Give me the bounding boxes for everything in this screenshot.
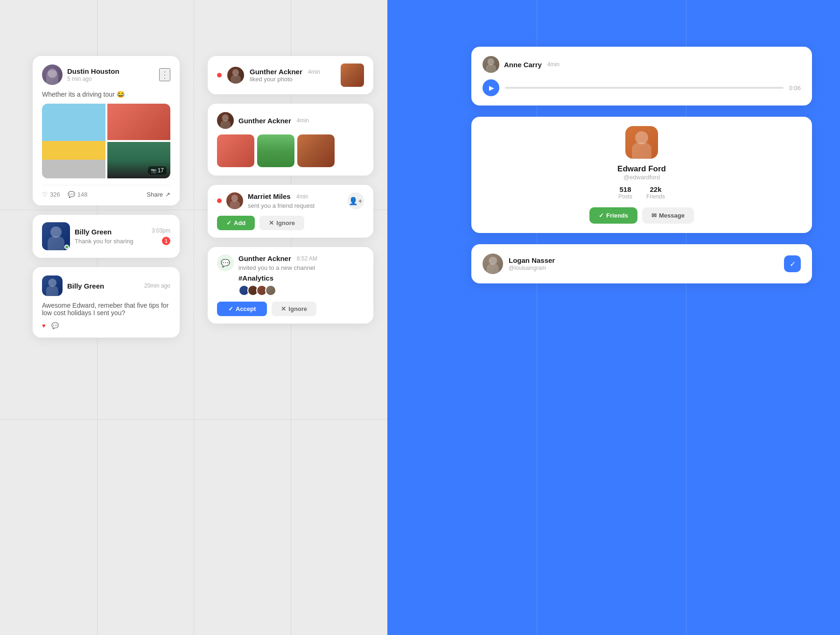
like-count: 326 — [50, 191, 60, 198]
friend-notif-dot — [217, 198, 222, 203]
multi-notif-header: Gunther Ackner 4min — [217, 112, 364, 129]
edward-friends-label: Friends — [646, 193, 665, 200]
logan-name: Logan Nasser — [509, 256, 555, 264]
photo-count-badge: 📷 17 — [148, 166, 167, 175]
dustin-post-card: Dustin Houston 5 min ago ⋮ Whether its a… — [33, 56, 180, 205]
add-friend-icon: 👤+ — [347, 192, 364, 209]
edward-stats: 518 Posts 22k Friends — [483, 185, 801, 200]
marriet-name: Marriet Miles — [248, 192, 291, 200]
audio-user-header: Anne Carry 4min — [483, 56, 801, 73]
edward-friends-count: 22k — [646, 185, 665, 193]
liked-action: liked your photo — [250, 76, 320, 83]
friend-request-card: Marriet Miles 4min sent you a friend req… — [208, 185, 373, 238]
channel-invite-card: 💬 Gunther Ackner 8:52 AM invited you to … — [208, 247, 373, 324]
marriet-avatar — [226, 192, 243, 209]
edward-posts-stat: 518 Posts — [618, 185, 632, 200]
edward-avatar — [625, 126, 658, 159]
multi-photo-3[interactable] — [297, 134, 335, 167]
share-icon: ↗ — [165, 191, 170, 198]
comment-count: 148 — [77, 191, 88, 198]
envelope-icon: ✉ — [651, 212, 657, 219]
liked-notif-text: Gunther Ackner 4min liked your photo — [250, 68, 320, 83]
share-button[interactable]: Share ↗ — [147, 191, 170, 198]
play-icon: ▶ — [489, 84, 494, 92]
liked-notif-card: Gunther Ackner 4min liked your photo — [208, 56, 373, 94]
friend-action: sent you a friend request — [248, 202, 343, 209]
friends-button[interactable]: ✓ Friends — [589, 207, 637, 224]
message-user: Billy Green Thank you for sharing — [42, 222, 133, 250]
online-indicator — [64, 245, 69, 249]
multi-photos — [217, 134, 364, 167]
message-button[interactable]: ✉ Message — [642, 207, 694, 224]
comment-button[interactable]: 💬 148 — [68, 191, 88, 198]
billy-like-button[interactable]: ♥ — [42, 322, 46, 329]
post-main-image[interactable] — [42, 104, 105, 178]
audio-progress-bar[interactable] — [505, 87, 784, 89]
logan-avatar — [483, 254, 503, 274]
edward-name: Edward Ford — [483, 164, 801, 174]
logan-info: Logan Nasser @louisaingram — [509, 256, 555, 271]
logan-handle: @louisaingram — [509, 265, 555, 271]
like-button[interactable]: ♡ 326 — [42, 191, 60, 198]
ignore-friend-button[interactable]: ✕ Ignore — [259, 216, 304, 230]
billy-message-card[interactable]: Billy Green Thank you for sharing 3:03pm… — [33, 215, 180, 258]
channel-member-4 — [265, 285, 276, 296]
multi-photo-1[interactable] — [217, 134, 254, 167]
more-options-button[interactable]: ⋮ — [159, 68, 170, 81]
edward-profile-buttons: ✓ Friends ✉ Message — [483, 207, 801, 224]
channel-time: 8:52 AM — [297, 255, 317, 262]
channel-buttons: ✓ Accept ✕ Ignore — [217, 302, 364, 316]
multi-photo-notif: Gunther Ackner 4min — [208, 104, 373, 176]
billy-comment-button[interactable]: 💬 — [51, 322, 59, 329]
chat-icon: 💬 — [51, 322, 59, 329]
liked-time: 4min — [308, 69, 320, 75]
billy-post-text: Awesome Edward, remeber that five tips f… — [42, 302, 170, 317]
ignore-channel-button[interactable]: ✕ Ignore — [272, 302, 316, 316]
multi-photo-2[interactable] — [257, 134, 294, 167]
gunther-avatar-liked — [227, 67, 244, 84]
channel-name: #Analytics — [238, 274, 364, 282]
audio-card: Anne Carry 4min ▶ 0:06 — [471, 47, 812, 106]
gunther-name-multi: Gunther Ackner — [238, 117, 291, 125]
edward-friends-stat: 22k Friends — [646, 185, 665, 200]
post-header: Dustin Houston 5 min ago ⋮ — [42, 64, 170, 85]
x-icon: ✕ — [269, 219, 274, 226]
channel-action: invited you to a new channel — [238, 264, 364, 271]
right-panel: Anne Carry 4min ▶ 0:06 Edward Ford @edwa… — [387, 0, 840, 635]
billy-name-msg: Billy Green — [75, 228, 133, 236]
billy-avatar-post — [42, 275, 63, 296]
channel-member-avatars — [238, 285, 364, 296]
post-thumb-1[interactable] — [107, 104, 171, 140]
multi-time: 4min — [297, 117, 309, 124]
edward-posts-label: Posts — [618, 193, 632, 200]
msg-time: 3:03pm — [152, 227, 170, 234]
billy-post-time: 20min ago — [144, 282, 170, 289]
audio-time-notif: 4min — [547, 61, 560, 68]
edward-handle: @edwardford — [483, 174, 801, 181]
play-button[interactable]: ▶ — [483, 79, 499, 96]
billy-post-header: Billy Green 20min ago — [42, 275, 170, 296]
check-icon: ✓ — [228, 305, 233, 312]
edward-profile-card: Edward Ford @edwardford 518 Posts 22k Fr… — [471, 117, 812, 233]
audio-duration: 0:06 — [789, 85, 801, 92]
post-thumb-2[interactable]: 📷 17 — [107, 142, 171, 178]
friend-time: 4min — [296, 193, 308, 200]
accept-channel-button[interactable]: ✓ Accept — [217, 302, 267, 316]
gunther-avatar-multi — [217, 112, 234, 129]
post-user: Dustin Houston 5 min ago — [42, 64, 119, 85]
channel-chat-icon: 💬 — [217, 254, 234, 271]
audio-player: ▶ 0:06 — [483, 79, 801, 96]
followed-checkmark[interactable]: ✓ — [784, 255, 801, 272]
heart-icon: ♡ — [42, 191, 48, 198]
gunther-name-channel: Gunther Ackner — [238, 254, 291, 262]
billy-post-user: Billy Green — [42, 275, 104, 296]
anne-avatar — [483, 56, 499, 73]
notif-dot — [217, 73, 222, 78]
check-icon: ✓ — [226, 219, 231, 226]
add-friend-button[interactable]: ✓ Add — [217, 216, 255, 230]
billy-post-name: Billy Green — [67, 282, 104, 290]
heart-filled-icon: ♥ — [42, 322, 46, 329]
check-icon: ✓ — [599, 212, 604, 219]
comment-icon: 💬 — [68, 191, 75, 198]
message-header: Billy Green Thank you for sharing 3:03pm… — [42, 222, 170, 250]
